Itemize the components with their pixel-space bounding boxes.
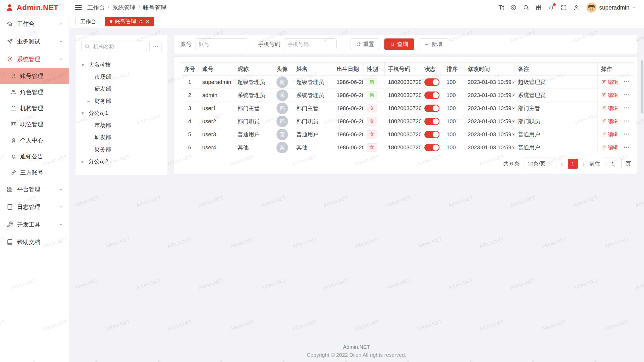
sidebar-item-third-party-account[interactable]: 三方账号 <box>0 164 69 180</box>
user-menu[interactable]: superadmin <box>586 2 636 13</box>
caret-down-icon[interactable]: ▾ <box>82 110 89 116</box>
tab-close-icon[interactable]: × <box>146 19 149 25</box>
breadcrumb-item[interactable]: 工作台 <box>87 4 105 12</box>
sidebar-item-log-mgmt[interactable]: 日志管理 <box>0 198 69 216</box>
tree-node[interactable]: 研发部 <box>88 131 162 143</box>
tree-node[interactable]: ▾分公司1 <box>82 107 162 119</box>
tab-refresh-icon[interactable] <box>139 20 143 24</box>
caret-right-icon[interactable]: ▸ <box>82 159 89 164</box>
goto-page-input[interactable] <box>604 158 622 169</box>
caret-right-icon[interactable]: ▸ <box>88 98 95 104</box>
edit-button[interactable]: 编辑 <box>601 79 618 86</box>
edit-button[interactable]: 编辑 <box>601 105 618 112</box>
font-size-icon[interactable]: Tt <box>499 4 504 11</box>
caret-down-icon[interactable]: ▾ <box>82 62 89 68</box>
cell-modified-time: 2023-01-03 10:59:44 <box>464 115 514 128</box>
cell-name: 其他 <box>293 141 333 154</box>
medal-icon <box>11 137 17 143</box>
more-actions-button[interactable]: ··· <box>624 131 630 138</box>
table-row[interactable]: 5 user3 普通用户 普 普通用户 1986-06-28 女 1802003… <box>181 128 634 141</box>
search-icon[interactable] <box>523 4 529 11</box>
edit-button[interactable]: 编辑 <box>601 118 618 125</box>
more-actions-button[interactable]: ··· <box>624 144 630 151</box>
prev-page-button[interactable]: ‹ <box>560 160 564 167</box>
more-actions-button[interactable]: ··· <box>624 79 630 85</box>
more-actions-button[interactable]: ··· <box>624 118 630 124</box>
cell-status <box>421 141 443 154</box>
sidebar: Admin.NET 工作台业务测试系统管理账号管理角色管理机构管理职位管理个人中… <box>0 0 69 362</box>
reset-button[interactable]: 重置 <box>350 38 380 50</box>
sidebar-item-platform-mgmt[interactable]: 平台管理 <box>0 180 69 198</box>
tree-node[interactable]: 市场部 <box>88 71 162 83</box>
sidebar-item-role-mgmt[interactable]: 角色管理 <box>0 84 69 100</box>
username: superadmin <box>599 4 629 11</box>
next-page-button[interactable]: › <box>582 160 585 167</box>
sidebar-item-position-mgmt[interactable]: 职位管理 <box>0 116 69 132</box>
add-button[interactable]: 新增 <box>419 38 448 50</box>
profile-icon[interactable] <box>573 4 580 11</box>
sidebar-item-business-test[interactable]: 业务测试 <box>0 33 69 50</box>
org-search-input[interactable] <box>82 41 146 52</box>
fullscreen-icon[interactable] <box>560 4 567 11</box>
status-toggle[interactable] <box>424 144 439 151</box>
cell-status <box>421 115 443 128</box>
table-row[interactable]: 1 superadmin 超级管理员 超 超级管理员 1986-06-28 男 … <box>181 76 634 89</box>
status-toggle[interactable] <box>424 92 439 99</box>
edit-button[interactable]: 编辑 <box>601 92 618 99</box>
tree-node-label: 大名科技 <box>89 61 111 69</box>
tab-workbench[interactable]: 工作台 <box>75 17 101 26</box>
table-row[interactable]: 2 admin 系统管理员 系 系统管理员 1986-06-28 男 18020… <box>181 89 634 102</box>
query-button[interactable]: 查询 <box>384 38 414 50</box>
menu-toggle-icon[interactable] <box>75 4 82 11</box>
sidebar-item-system-mgmt[interactable]: 系统管理 <box>0 50 69 68</box>
notification-icon[interactable] <box>548 4 554 11</box>
status-toggle[interactable] <box>424 131 439 138</box>
sidebar-item-account-mgmt[interactable]: 账号管理 <box>0 68 69 84</box>
breadcrumb-item[interactable]: 系统管理 <box>112 4 135 12</box>
more-actions-button[interactable]: ··· <box>624 105 630 111</box>
tree-node[interactable]: ▾大名科技 <box>82 59 162 71</box>
status-toggle[interactable] <box>424 118 439 125</box>
tree-node[interactable]: 研发部 <box>88 83 162 95</box>
cell-actions: 编辑 ··· <box>597 76 634 89</box>
toggle-knob <box>433 145 439 151</box>
edit-button[interactable]: 编辑 <box>601 131 618 138</box>
sidebar-item-notice[interactable]: 通知公告 <box>0 148 69 164</box>
sidebar-item-personal-center[interactable]: 个人中心 <box>0 132 69 148</box>
table-row[interactable]: 6 user4 其他 其 其他 1986-06-28 女 18020030720… <box>181 141 634 154</box>
edit-button[interactable]: 编辑 <box>601 144 618 151</box>
tab-account-mgmt[interactable]: 账号管理× <box>105 17 154 26</box>
tree-node[interactable]: ▸分公司2 <box>82 155 162 167</box>
sidebar-item-org-mgmt[interactable]: 机构管理 <box>0 100 69 116</box>
cell-avatar: 部 <box>272 115 293 128</box>
phone-input[interactable] <box>284 38 337 50</box>
goto-label: 前往 <box>589 160 600 167</box>
tree-node[interactable]: ▸财务部 <box>88 95 162 107</box>
sidebar-item-dev-tools[interactable]: 开发工具 <box>0 216 69 233</box>
sidebar-item-workbench[interactable]: 工作台 <box>0 15 69 33</box>
org-more-button[interactable]: ··· <box>149 41 162 52</box>
column-header: 出生日期 <box>333 63 363 76</box>
cell-actions: 编辑 ··· <box>597 102 634 115</box>
theme-icon[interactable] <box>510 4 517 11</box>
more-actions-button[interactable]: ··· <box>624 92 630 98</box>
tree-node[interactable]: 财务部 <box>88 143 162 155</box>
gift-icon[interactable] <box>535 4 542 11</box>
sidebar-item-help-docs[interactable]: 帮助文档 <box>0 233 69 251</box>
brand-logo[interactable]: Admin.NET <box>0 0 69 15</box>
status-toggle[interactable] <box>424 78 439 86</box>
table-body: 1 superadmin 超级管理员 超 超级管理员 1986-06-28 男 … <box>181 76 634 154</box>
current-page-button[interactable]: 1 <box>568 159 578 169</box>
phone-label: 手机号码 <box>258 40 280 48</box>
cell-phone: 18020030720 <box>384 76 421 89</box>
tree-node[interactable]: 市场部 <box>88 119 162 131</box>
cell-actions: 编辑 ··· <box>597 128 634 141</box>
table-row[interactable]: 4 user2 部门职员 部 部门职员 1986-06-28 女 1802003… <box>181 115 634 128</box>
page-size-select[interactable]: 10条/页 <box>524 158 556 169</box>
table-row[interactable]: 3 user1 部门主管 部 部门主管 1986-06-28 女 1802003… <box>181 102 634 115</box>
cell-account: superadmin <box>199 76 234 89</box>
column-header: 昵称 <box>234 63 272 76</box>
scrollbar-thumb[interactable] <box>641 60 643 114</box>
status-toggle[interactable] <box>424 105 439 112</box>
account-input[interactable] <box>195 38 248 50</box>
